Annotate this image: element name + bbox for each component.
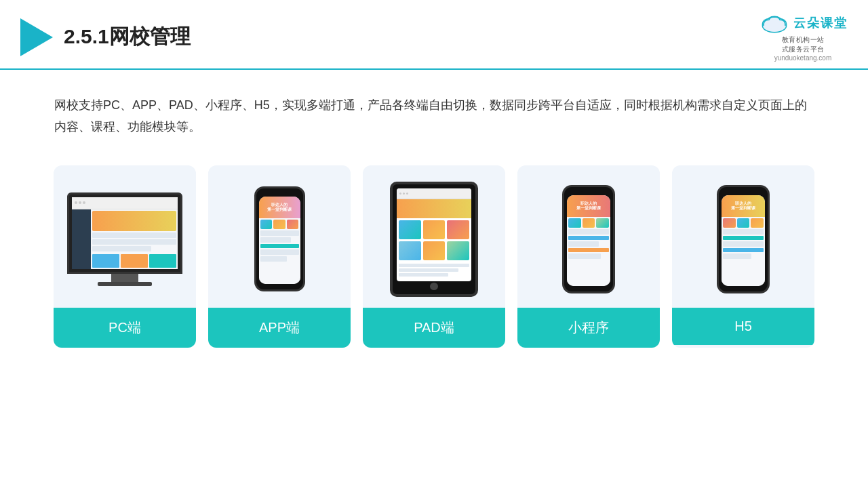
description-text: 网校支持PC、APP、PAD、小程序、H5，实现多端打通，产品各终端自由切换，数…: [54, 94, 814, 138]
card-pad-label: PAD端: [363, 308, 505, 348]
pc-mockup: [67, 192, 182, 286]
card-h5-label: H5: [672, 308, 814, 345]
cards-container: PC端 职达人的第一堂判断课: [0, 152, 868, 348]
logo-area: 云朵课堂 教育机构一站 式服务云平台 yunduoketang.com: [758, 12, 848, 62]
header: 2.5.1网校管理 云朵课堂 教育机构一站 式服务云平台 yunduoketan…: [0, 0, 868, 70]
h5-phone-mockup: 职达人的第一堂判断课: [717, 185, 770, 293]
card-h5-image: 职达人的第一堂判断课: [672, 165, 814, 308]
card-pad-image: [363, 165, 505, 308]
miniprogram-phone-mockup: 职达人的第一堂判断课: [562, 185, 615, 293]
card-pc-label: PC端: [54, 308, 196, 348]
card-pad: PAD端: [363, 165, 505, 348]
play-icon: [20, 18, 53, 56]
card-app-image: 职达人的第一堂判断课: [208, 165, 351, 308]
cloud-icon: [758, 12, 791, 34]
card-h5: 职达人的第一堂判断课 H5: [672, 165, 814, 348]
description: 网校支持PC、APP、PAD、小程序、H5，实现多端打通，产品各终端自由切换，数…: [0, 70, 868, 152]
card-app: 职达人的第一堂判断课 APP端: [208, 165, 351, 348]
card-pc-image: [54, 165, 196, 308]
card-miniprogram-image: 职达人的第一堂判断课: [517, 165, 660, 308]
page-title: 2.5.1网校管理: [64, 23, 191, 51]
card-miniprogram-label: 小程序: [517, 308, 660, 348]
logo-sub: 教育机构一站 式服务云平台: [782, 35, 825, 54]
card-app-label: APP端: [208, 308, 351, 348]
logo-url: yunduoketang.com: [774, 54, 832, 62]
card-miniprogram: 职达人的第一堂判断课 小程序: [517, 165, 660, 348]
pad-tablet-mockup: [390, 182, 478, 297]
logo-text: 云朵课堂: [793, 15, 848, 31]
app-phone-mockup: 职达人的第一堂判断课: [254, 186, 305, 291]
card-pc: PC端: [54, 165, 196, 348]
logo-icon: 云朵课堂: [758, 12, 848, 34]
header-left: 2.5.1网校管理: [20, 18, 191, 56]
